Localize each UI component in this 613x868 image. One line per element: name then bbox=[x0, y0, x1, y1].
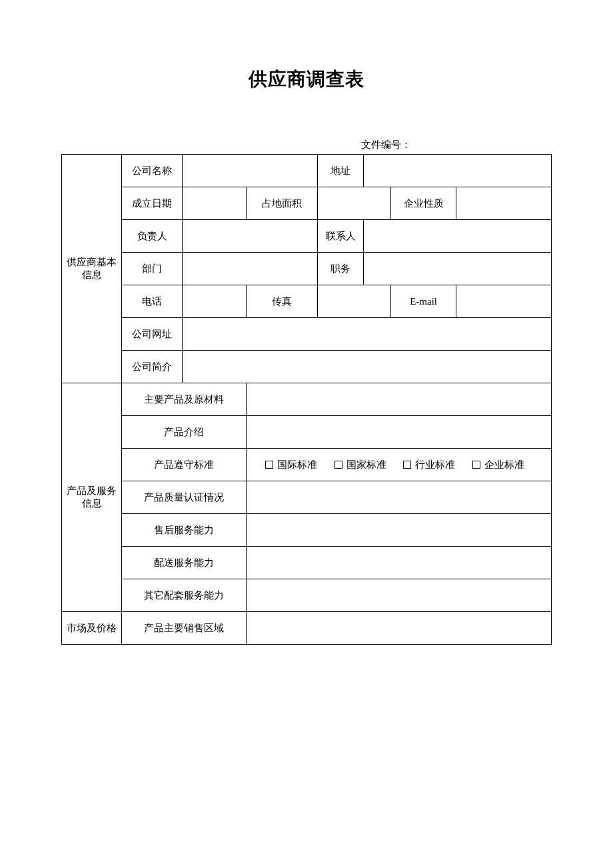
label-department: 部门 bbox=[122, 253, 182, 285]
page-title: 供应商调查表 bbox=[61, 67, 552, 92]
section3-header: 市场及价格 bbox=[62, 612, 122, 645]
label-other-services: 其它配套服务能力 bbox=[122, 579, 247, 612]
field-land-area[interactable] bbox=[317, 187, 390, 220]
opt-label: 国家标准 bbox=[346, 459, 386, 470]
section1-header: 供应商基本信息 bbox=[62, 155, 122, 383]
field-position[interactable] bbox=[364, 253, 552, 285]
opt-label: 企业标准 bbox=[484, 459, 524, 470]
field-phone[interactable] bbox=[182, 285, 246, 318]
field-address[interactable] bbox=[364, 155, 552, 187]
field-email[interactable] bbox=[456, 285, 552, 318]
opt-label: 国际标准 bbox=[277, 459, 317, 470]
label-company-name: 公司名称 bbox=[122, 155, 182, 187]
supplier-form-table: 供应商基本信息 公司名称 地址 成立日期 占地面积 企业性质 负责人 联系人 部… bbox=[61, 154, 552, 645]
label-fax: 传真 bbox=[247, 285, 318, 318]
field-main-products[interactable] bbox=[247, 383, 552, 416]
label-delivery: 配送服务能力 bbox=[122, 547, 247, 579]
field-delivery[interactable] bbox=[247, 547, 552, 579]
label-land-area: 占地面积 bbox=[247, 187, 318, 220]
label-after-sales: 售后服务能力 bbox=[122, 514, 247, 547]
label-establish-date: 成立日期 bbox=[122, 187, 182, 220]
field-fax[interactable] bbox=[317, 285, 390, 318]
document-number-label: 文件编号： bbox=[61, 139, 552, 151]
field-contact[interactable] bbox=[364, 220, 552, 253]
field-other-services[interactable] bbox=[247, 579, 552, 612]
field-profile[interactable] bbox=[182, 351, 551, 383]
label-product-standard: 产品遵守标准 bbox=[122, 449, 247, 481]
opt-label: 行业标准 bbox=[415, 459, 455, 470]
label-entity-nature: 企业性质 bbox=[390, 187, 456, 220]
label-sales-region: 产品主要销售区域 bbox=[122, 612, 247, 645]
label-profile: 公司简介 bbox=[122, 351, 182, 383]
checkbox-icon bbox=[472, 461, 480, 469]
checkbox-icon bbox=[334, 461, 342, 469]
field-product-standard[interactable]: 国际标准 国家标准 行业标准 企业标准 bbox=[247, 449, 552, 481]
field-sales-region[interactable] bbox=[247, 612, 552, 645]
checkbox-intl-standard[interactable]: 国际标准 bbox=[265, 459, 317, 471]
checkbox-industry-standard[interactable]: 行业标准 bbox=[403, 459, 455, 471]
field-after-sales[interactable] bbox=[247, 514, 552, 547]
checkbox-national-standard[interactable]: 国家标准 bbox=[334, 459, 386, 471]
label-phone: 电话 bbox=[122, 285, 182, 318]
label-quality-cert: 产品质量认证情况 bbox=[122, 481, 247, 514]
field-company-name[interactable] bbox=[182, 155, 317, 187]
checkbox-enterprise-standard[interactable]: 企业标准 bbox=[472, 459, 524, 471]
checkbox-icon bbox=[403, 461, 411, 469]
label-address: 地址 bbox=[317, 155, 364, 187]
label-website: 公司网址 bbox=[122, 318, 182, 351]
field-quality-cert[interactable] bbox=[247, 481, 552, 514]
field-department[interactable] bbox=[182, 253, 317, 285]
label-position: 职务 bbox=[317, 253, 364, 285]
field-website[interactable] bbox=[182, 318, 551, 351]
label-product-intro: 产品介绍 bbox=[122, 416, 247, 449]
field-entity-nature[interactable] bbox=[456, 187, 552, 220]
field-principal[interactable] bbox=[182, 220, 317, 253]
section2-header: 产品及服务信息 bbox=[62, 383, 122, 612]
field-product-intro[interactable] bbox=[247, 416, 552, 449]
label-main-products: 主要产品及原材料 bbox=[122, 383, 247, 416]
label-contact: 联系人 bbox=[317, 220, 364, 253]
label-principal: 负责人 bbox=[122, 220, 182, 253]
checkbox-icon bbox=[265, 461, 273, 469]
field-establish-date[interactable] bbox=[182, 187, 246, 220]
label-email: E-mail bbox=[390, 285, 456, 318]
